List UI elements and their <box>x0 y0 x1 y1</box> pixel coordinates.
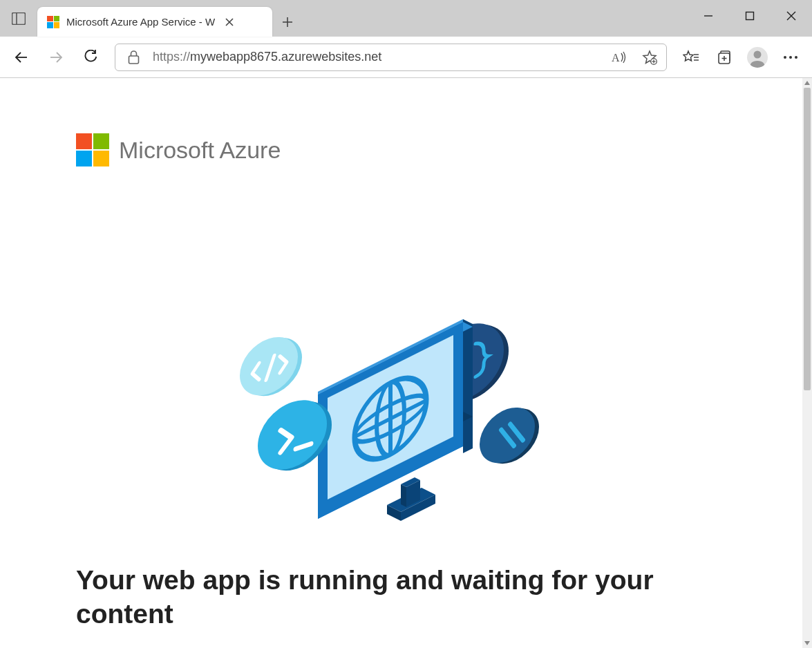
add-favorite-icon[interactable] <box>639 46 661 68</box>
forward-button[interactable] <box>40 41 72 73</box>
refresh-button[interactable] <box>75 41 106 73</box>
page-viewport: Microsoft Azure <box>0 78 802 648</box>
svg-point-25 <box>754 50 762 58</box>
svg-marker-18 <box>683 51 693 61</box>
page-content: Microsoft Azure <box>0 78 802 631</box>
close-tab-button[interactable] <box>222 15 237 30</box>
avatar-icon <box>747 47 768 68</box>
tab-title: Microsoft Azure App Service - W <box>66 16 215 28</box>
profile-button[interactable] <box>742 41 773 73</box>
svg-marker-41 <box>401 484 406 507</box>
back-button[interactable] <box>6 41 37 73</box>
svg-marker-43 <box>463 319 473 453</box>
svg-point-28 <box>795 56 797 59</box>
microsoft-logo-icon <box>76 133 109 166</box>
read-aloud-icon[interactable]: A <box>608 46 630 68</box>
tab-actions-button[interactable] <box>0 0 37 37</box>
close-window-button[interactable] <box>771 0 812 31</box>
svg-rect-0 <box>12 12 26 24</box>
toolbar: https://mywebapp8675.azurewebsites.net A <box>0 37 812 78</box>
svg-point-58 <box>240 330 298 403</box>
minimize-button[interactable] <box>688 0 729 31</box>
new-tab-button[interactable] <box>272 7 303 37</box>
vertical-scrollbar[interactable] <box>802 78 812 648</box>
svg-rect-12 <box>129 56 138 64</box>
site-info-lock-icon[interactable] <box>122 46 144 68</box>
brand-header: Microsoft Azure <box>76 133 802 166</box>
hero-illustration-icon <box>235 315 802 529</box>
url-text: https://mywebapp8675.azurewebsites.net <box>153 50 600 64</box>
toolbar-right <box>675 41 806 73</box>
window-title-bar: Microsoft Azure App Service - W <box>0 0 812 37</box>
favicon-icon <box>47 16 59 28</box>
settings-more-button[interactable] <box>775 41 806 73</box>
svg-rect-7 <box>746 12 754 19</box>
scroll-track[interactable] <box>802 88 812 638</box>
window-controls <box>688 0 812 31</box>
brand-text: Microsoft Azure <box>119 137 281 164</box>
svg-text:A: A <box>612 52 620 64</box>
address-bar[interactable]: https://mywebapp8675.azurewebsites.net A <box>115 44 667 71</box>
page-headline: Your web app is running and waiting for … <box>76 564 712 631</box>
scroll-up-arrow-icon[interactable] <box>802 78 812 88</box>
svg-marker-29 <box>804 81 810 85</box>
svg-marker-30 <box>804 641 810 645</box>
svg-point-27 <box>789 56 792 59</box>
scroll-down-arrow-icon[interactable] <box>802 638 812 648</box>
scroll-thumb[interactable] <box>804 88 811 390</box>
maximize-button[interactable] <box>729 0 771 31</box>
browser-tab[interactable]: Microsoft Azure App Service - W <box>37 7 272 37</box>
favorites-button[interactable] <box>675 41 707 73</box>
collections-button[interactable] <box>708 41 740 73</box>
svg-point-26 <box>784 56 786 59</box>
